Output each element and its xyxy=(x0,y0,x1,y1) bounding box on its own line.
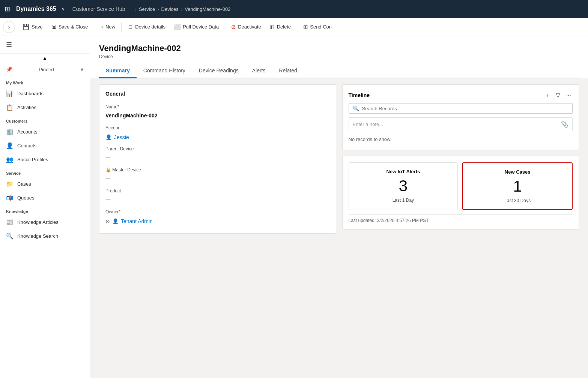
field-parent-device-label: Parent Device xyxy=(105,143,330,152)
breadcrumb-service[interactable]: Service xyxy=(139,6,155,12)
field-owner-label: Owner* xyxy=(105,206,330,214)
right-column: Timeline + ▽ ··· 🔍 Enter a note... 📎 xyxy=(342,84,579,234)
cases-label: Cases xyxy=(17,181,31,187)
deactivate-button[interactable]: ⊘ Deactivate xyxy=(227,21,265,33)
tab-summary[interactable]: Summary xyxy=(99,64,137,78)
divider-2 xyxy=(121,22,122,32)
save-button[interactable]: 💾 Save xyxy=(19,21,47,33)
delete-icon: 🗑 xyxy=(269,24,275,30)
form-section-title: General xyxy=(105,91,330,97)
stats-panel: New IoT Alerts 3 Last 1 Day New Cases 1 … xyxy=(342,156,579,230)
deactivate-icon: ⊘ xyxy=(231,24,236,30)
field-account-value[interactable]: 👤 Jessie xyxy=(105,131,330,143)
knowledge-search-label: Knowledge Search xyxy=(17,233,58,239)
pinned-chevron: ∨ xyxy=(80,67,84,72)
stats-last-updated: Last updated: 3/2/2020 4:57:26 PM PST xyxy=(349,214,573,223)
dashboards-label: Dashboards xyxy=(17,91,44,96)
new-cases-period: Last 30 Days xyxy=(469,198,566,203)
owner-status-icon: ⊙ xyxy=(105,218,110,224)
send-con-icon: ⊞ xyxy=(303,24,308,30)
field-owner-value[interactable]: ⊙ 👤 Tenant Admin xyxy=(105,215,330,227)
account-icon: 👤 xyxy=(105,134,112,140)
field-product: Product --- xyxy=(105,185,330,206)
tab-device-readings[interactable]: Device Readings xyxy=(192,64,245,78)
stat-card-iot-alerts[interactable]: New IoT Alerts 3 Last 1 Day xyxy=(349,162,458,210)
timeline-note-field[interactable]: Enter a note... 📎 xyxy=(349,117,573,131)
breadcrumb: › Service › Devices › VendingMachine-002 xyxy=(135,6,231,12)
save-icon: 💾 xyxy=(23,24,30,30)
section-customers: Customers xyxy=(0,114,90,125)
field-product-label: Product xyxy=(105,185,330,194)
timeline-empty-message: No records to show. xyxy=(349,135,573,144)
search-input[interactable] xyxy=(362,106,569,111)
iot-alerts-period: Last 1 Day xyxy=(355,198,452,203)
brand-chevron[interactable]: ∨ xyxy=(62,6,65,12)
app-grid-icon[interactable]: ⊞ xyxy=(5,5,10,13)
lock-icon: 🔒 xyxy=(105,167,111,172)
timeline-title: Timeline xyxy=(349,92,370,98)
section-my-work: My Work xyxy=(0,76,90,87)
brand-title: Dynamics 365 xyxy=(16,6,56,12)
record-subtitle: Device xyxy=(99,54,579,59)
field-product-value[interactable]: --- xyxy=(105,194,330,206)
pull-device-data-button[interactable]: ⬜ Pull Device Data xyxy=(170,21,223,33)
stats-cards: New IoT Alerts 3 Last 1 Day New Cases 1 … xyxy=(349,162,573,210)
field-name-value[interactable]: VendingMachine-002 xyxy=(105,110,330,122)
timeline-search-box[interactable]: 🔍 xyxy=(349,103,573,114)
knowledge-search-icon: 🔍 xyxy=(6,232,14,240)
field-master-device-label: 🔒 Master Device xyxy=(105,164,330,172)
content-grid: General Name* VendingMachine-002 Account… xyxy=(90,78,588,240)
breadcrumb-devices[interactable]: Devices xyxy=(161,6,179,12)
section-knowledge: Knowledge xyxy=(0,205,90,215)
sidebar-item-contacts[interactable]: 👤 Contacts xyxy=(0,139,90,153)
tab-related[interactable]: Related xyxy=(272,64,304,78)
app-name: Customer Service Hub xyxy=(72,6,125,12)
stat-card-new-cases[interactable]: New Cases 1 Last 30 Days xyxy=(462,162,573,210)
new-cases-title: New Cases xyxy=(469,169,566,175)
toolbar: › 💾 Save 🖫 Save & Close + New 🗋 Device d… xyxy=(0,18,588,36)
hamburger-menu[interactable]: ☰ xyxy=(0,36,90,54)
iot-alerts-value: 3 xyxy=(355,177,452,195)
owner-avatar-icon: 👤 xyxy=(112,218,119,224)
field-master-device-value[interactable]: --- xyxy=(105,173,330,185)
social-profiles-icon: 👥 xyxy=(6,156,14,163)
top-navigation: ⊞ Dynamics 365 ∨ Customer Service Hub › … xyxy=(0,0,588,18)
save-close-button[interactable]: 🖫 Save & Close xyxy=(47,21,92,32)
queues-label: Queues xyxy=(17,195,35,201)
general-form-panel: General Name* VendingMachine-002 Account… xyxy=(99,84,336,234)
field-owner: Owner* ⊙ 👤 Tenant Admin xyxy=(105,206,330,227)
timeline-filter-button[interactable]: ▽ xyxy=(554,91,562,99)
queues-icon: 📬 xyxy=(6,194,14,201)
record-header: VendingMachine-002 Device Summary Comman… xyxy=(90,36,588,78)
tab-command-history[interactable]: Command History xyxy=(137,64,192,78)
device-details-button[interactable]: 🗋 Device details xyxy=(124,21,169,32)
tab-alerts[interactable]: Alerts xyxy=(245,64,272,78)
sidebar-item-queues[interactable]: 📬 Queues xyxy=(0,191,90,205)
delete-button[interactable]: 🗑 Delete xyxy=(266,21,295,32)
timeline-more-button[interactable]: ··· xyxy=(565,91,573,99)
new-button[interactable]: + New xyxy=(96,21,119,32)
field-parent-device-value[interactable]: --- xyxy=(105,152,330,164)
divider-1 xyxy=(94,22,94,32)
scroll-up[interactable]: ▲ xyxy=(0,54,90,63)
attach-icon[interactable]: 📎 xyxy=(561,121,568,128)
sidebar-item-dashboards[interactable]: 📊 Dashboards xyxy=(0,87,90,100)
sidebar-item-accounts[interactable]: 🏢 Accounts xyxy=(0,125,90,139)
sidebar-item-social-profiles[interactable]: 👥 Social Profiles xyxy=(0,153,90,166)
timeline-panel: Timeline + ▽ ··· 🔍 Enter a note... 📎 xyxy=(342,84,579,150)
divider-3 xyxy=(225,22,225,32)
sidebar-item-cases[interactable]: 📁 Cases xyxy=(0,177,90,191)
field-account: Account 👤 Jessie xyxy=(105,122,330,143)
back-nav-button[interactable]: › xyxy=(3,21,15,33)
sidebar-item-activities[interactable]: 📋 Activities xyxy=(0,100,90,114)
record-title: VendingMachine-002 xyxy=(99,44,579,53)
pinned-section[interactable]: 📌 Pinned ∨ xyxy=(0,63,90,76)
knowledge-articles-label: Knowledge Articles xyxy=(17,219,59,225)
pull-device-data-icon: ⬜ xyxy=(174,24,181,30)
timeline-add-button[interactable]: + xyxy=(544,91,551,99)
accounts-icon: 🏢 xyxy=(6,128,14,135)
sidebar-item-knowledge-search[interactable]: 🔍 Knowledge Search xyxy=(0,229,90,243)
sidebar-item-knowledge-articles[interactable]: 📰 Knowledge Articles xyxy=(0,215,90,229)
divider-4 xyxy=(297,22,297,32)
send-con-button[interactable]: ⊞ Send Con xyxy=(299,21,335,33)
